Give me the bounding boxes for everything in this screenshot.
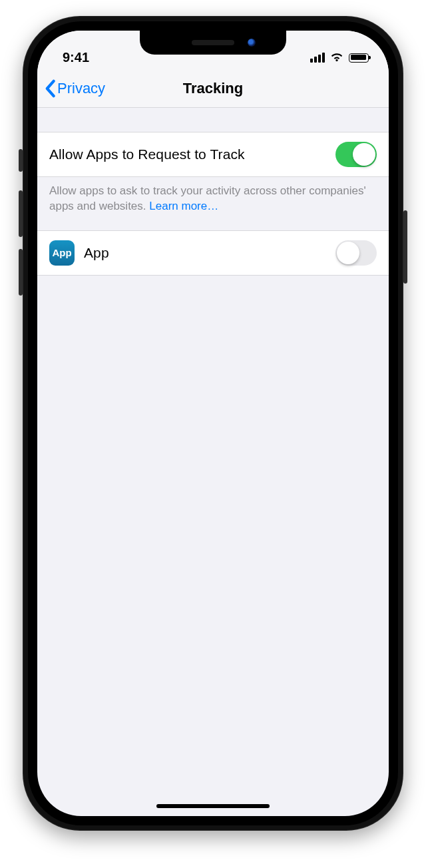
chevron-left-icon (44, 79, 56, 98)
status-time: 9:41 (63, 50, 89, 65)
navigation-bar: Privacy Tracking (37, 69, 389, 108)
screen: 9:41 Privacy Tracking (37, 31, 389, 816)
phone-frame: 9:41 Privacy Tracking (23, 16, 403, 831)
speaker-grille (192, 40, 234, 45)
battery-icon (349, 53, 369, 63)
wifi-icon (329, 50, 344, 65)
allow-tracking-label: Allow Apps to Request to Track (49, 146, 245, 162)
cellular-icon (310, 53, 325, 63)
apps-list: AppApp (37, 230, 389, 276)
learn-more-link[interactable]: Learn more… (149, 200, 218, 212)
back-label: Privacy (57, 80, 105, 97)
home-indicator[interactable] (156, 804, 270, 808)
notch (140, 31, 286, 55)
page-title: Tracking (183, 80, 243, 97)
content: Allow Apps to Request to Track Allow app… (37, 108, 389, 816)
app-name: App (84, 245, 109, 261)
app-row: AppApp (37, 230, 389, 276)
app-icon: App (49, 240, 75, 266)
allow-tracking-row: Allow Apps to Request to Track (37, 132, 389, 177)
front-camera (248, 39, 256, 47)
mute-switch (19, 149, 23, 172)
allow-tracking-toggle[interactable] (335, 142, 377, 167)
back-button[interactable]: Privacy (44, 69, 105, 107)
allow-tracking-footer: Allow apps to ask to track your activity… (37, 177, 389, 230)
volume-up-button (19, 190, 23, 237)
app-tracking-toggle[interactable] (335, 240, 377, 266)
power-button (403, 210, 407, 284)
volume-down-button (19, 249, 23, 296)
